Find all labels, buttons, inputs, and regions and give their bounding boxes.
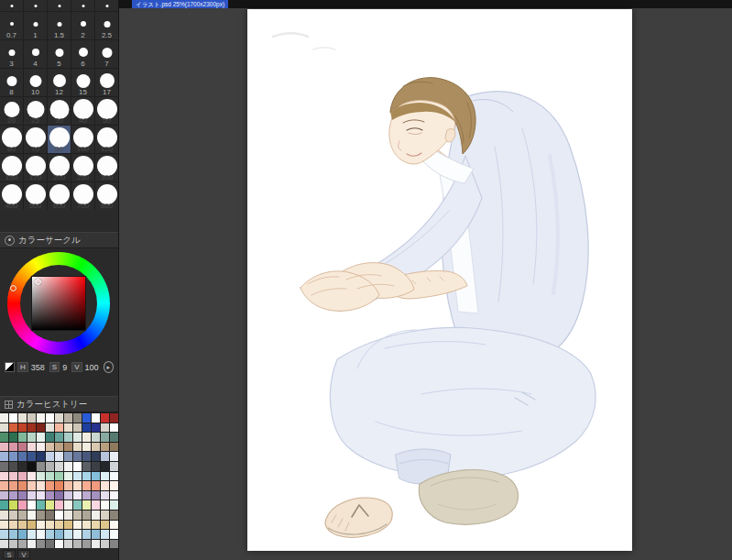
- color-swatch[interactable]: [46, 540, 54, 549]
- color-swatch[interactable]: [37, 540, 45, 549]
- color-swatch[interactable]: [64, 462, 72, 471]
- color-swatch[interactable]: [82, 491, 91, 500]
- brush-size-cell[interactable]: 3: [0, 40, 23, 68]
- color-swatch[interactable]: [9, 443, 17, 452]
- color-swatch[interactable]: [55, 472, 63, 481]
- color-swatch[interactable]: [37, 413, 45, 423]
- brush-size-cell[interactable]: 1: [24, 12, 47, 39]
- color-swatch[interactable]: [92, 491, 100, 500]
- color-swatch[interactable]: [73, 491, 82, 500]
- color-swatch[interactable]: [0, 472, 8, 481]
- color-swatch[interactable]: [92, 472, 100, 481]
- color-swatch[interactable]: [27, 423, 36, 433]
- color-swatch[interactable]: [46, 500, 54, 510]
- color-swatch[interactable]: [55, 462, 63, 471]
- color-swatch[interactable]: [27, 452, 36, 461]
- color-swatch[interactable]: [73, 443, 82, 452]
- color-swatch[interactable]: [64, 521, 72, 530]
- color-swatch[interactable]: [0, 530, 8, 539]
- color-swatch[interactable]: [55, 413, 63, 423]
- color-swatch[interactable]: [9, 481, 17, 490]
- color-swatch[interactable]: [101, 462, 109, 471]
- color-swatch[interactable]: [0, 452, 8, 461]
- color-swatch[interactable]: [46, 452, 54, 461]
- color-swatch[interactable]: [9, 472, 17, 481]
- color-swatch[interactable]: [110, 491, 118, 500]
- color-swatch[interactable]: [101, 540, 109, 549]
- color-swatch[interactable]: [9, 511, 17, 520]
- color-swatch[interactable]: [18, 481, 27, 490]
- color-swatch[interactable]: [18, 452, 27, 461]
- color-swatch[interactable]: [110, 433, 118, 442]
- color-swatch[interactable]: [110, 530, 118, 539]
- brush-size-cell[interactable]: [71, 0, 94, 11]
- color-swatch[interactable]: [0, 443, 8, 452]
- color-swatch[interactable]: [46, 511, 54, 520]
- brush-size-cell[interactable]: 120: [95, 126, 118, 153]
- brush-size-cell[interactable]: [0, 0, 23, 11]
- color-swatch[interactable]: [0, 521, 8, 530]
- color-swatch[interactable]: [18, 443, 27, 452]
- brush-size-cell[interactable]: 6: [71, 40, 94, 68]
- color-swatch[interactable]: [101, 472, 109, 481]
- saturation-value-square[interactable]: [31, 276, 86, 331]
- color-swatch[interactable]: [92, 481, 100, 490]
- color-swatch[interactable]: [92, 413, 100, 423]
- color-swatch[interactable]: [64, 540, 72, 549]
- color-swatch[interactable]: [73, 433, 82, 442]
- color-swatch[interactable]: [73, 540, 82, 549]
- color-swatch[interactable]: [92, 433, 100, 442]
- color-swatch[interactable]: [110, 472, 118, 481]
- brush-size-cell[interactable]: 2: [71, 12, 94, 39]
- color-swatch[interactable]: [0, 481, 8, 490]
- color-swatch[interactable]: [37, 433, 45, 442]
- color-swatch[interactable]: [82, 413, 91, 423]
- color-swatch[interactable]: [27, 443, 36, 452]
- brush-size-cell[interactable]: 300: [95, 154, 118, 181]
- brush-size-cell[interactable]: 5: [48, 40, 71, 68]
- color-swatch[interactable]: [27, 530, 36, 539]
- brush-size-cell[interactable]: 170: [24, 154, 47, 181]
- color-swatch[interactable]: [73, 452, 82, 461]
- color-swatch[interactable]: [37, 481, 45, 490]
- brush-size-cell[interactable]: 2.5: [95, 12, 118, 39]
- color-swatch[interactable]: [82, 443, 91, 452]
- brush-size-cell[interactable]: 60: [0, 126, 23, 153]
- color-swatch[interactable]: [0, 462, 8, 471]
- color-swatch[interactable]: [55, 452, 63, 461]
- color-swatch[interactable]: [110, 511, 118, 520]
- color-swatch[interactable]: [55, 530, 63, 539]
- color-swatch[interactable]: [27, 462, 36, 471]
- brush-size-cell[interactable]: 15: [71, 69, 94, 96]
- color-swatch[interactable]: [82, 472, 91, 481]
- color-swatch[interactable]: [110, 452, 118, 461]
- color-swatch[interactable]: [92, 530, 100, 539]
- color-swatch[interactable]: [92, 540, 100, 549]
- color-swatch[interactable]: [82, 462, 91, 471]
- color-swatch[interactable]: [0, 500, 8, 510]
- color-swatch[interactable]: [46, 521, 54, 530]
- brush-size-cell[interactable]: 400: [0, 182, 23, 210]
- color-swatch[interactable]: [27, 511, 36, 520]
- color-swatch[interactable]: [82, 433, 91, 442]
- color-swatch[interactable]: [92, 511, 100, 520]
- color-swatch[interactable]: [0, 511, 8, 520]
- color-swatch[interactable]: [82, 540, 91, 549]
- color-swatch[interactable]: [110, 462, 118, 471]
- color-swatch[interactable]: [0, 423, 8, 433]
- color-swatch[interactable]: [0, 540, 8, 549]
- brush-size-cell[interactable]: 80: [48, 126, 71, 153]
- color-swatch[interactable]: [64, 472, 72, 481]
- brush-size-cell[interactable]: [95, 0, 118, 11]
- color-swatch[interactable]: [64, 423, 72, 433]
- brush-size-cell[interactable]: 700: [71, 182, 94, 210]
- brush-size-cell[interactable]: 30: [48, 97, 71, 125]
- color-swatch[interactable]: [27, 433, 36, 442]
- color-swatch[interactable]: [27, 500, 36, 510]
- brush-size-cell[interactable]: 7: [95, 40, 118, 68]
- brush-size-cell[interactable]: 20: [0, 97, 23, 125]
- color-swatch[interactable]: [18, 491, 27, 500]
- color-swatch[interactable]: [101, 511, 109, 520]
- color-swatch[interactable]: [92, 521, 100, 530]
- color-swatch[interactable]: [64, 491, 72, 500]
